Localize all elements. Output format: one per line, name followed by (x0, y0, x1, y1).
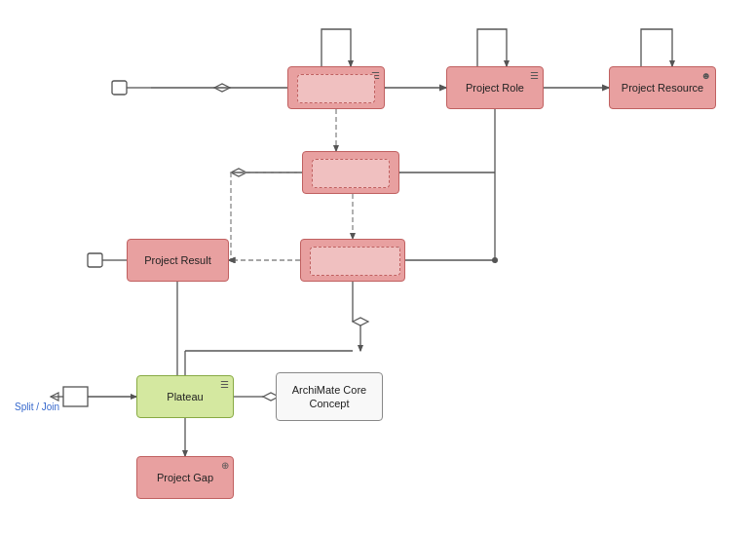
archimate-core-label: ArchiMate Core Concept (277, 383, 382, 411)
project-gap-icon: ⊕ (221, 460, 229, 471)
project-activity-label: Project Activity (318, 253, 388, 267)
program-icon: ☰ (371, 70, 380, 81)
project-role-label: Project Role (466, 81, 524, 95)
project-activity-node[interactable]: Project Activity ○ (300, 239, 405, 282)
project-label: Project (334, 166, 367, 179)
plateau-label: Plateau (167, 390, 203, 403)
svg-marker-19 (353, 318, 368, 325)
svg-rect-25 (63, 387, 88, 406)
archimate-core-node[interactable]: ArchiMate Core Concept (276, 372, 383, 421)
project-result-label: Project Result (144, 253, 210, 267)
diagram-container: Program ☰ Project Role ☰ Project Resourc… (0, 0, 756, 536)
project-node[interactable]: Project (302, 151, 399, 194)
plateau-node[interactable]: Plateau ☰ (136, 375, 234, 418)
program-label: Program (316, 81, 357, 95)
project-resource-person-icon: ☻ (700, 70, 711, 81)
svg-rect-34 (88, 253, 102, 267)
program-node[interactable]: Program ☰ (287, 66, 385, 109)
svg-rect-32 (112, 81, 127, 95)
split-join-label: Split / Join (15, 402, 59, 412)
project-role-node[interactable]: Project Role ☰ (446, 66, 544, 109)
project-resource-label: Project Resource (622, 81, 703, 95)
plateau-icon: ☰ (220, 379, 229, 390)
project-activity-icon: ○ (395, 243, 400, 253)
project-gap-node[interactable]: Project Gap ⊕ (136, 456, 234, 499)
project-role-icon: ☰ (530, 70, 539, 81)
project-resource-node[interactable]: Project Resource ☻ (609, 66, 716, 109)
project-result-node[interactable]: Project Result (127, 239, 229, 282)
svg-point-17 (492, 257, 498, 263)
project-gap-label: Project Gap (157, 471, 213, 484)
